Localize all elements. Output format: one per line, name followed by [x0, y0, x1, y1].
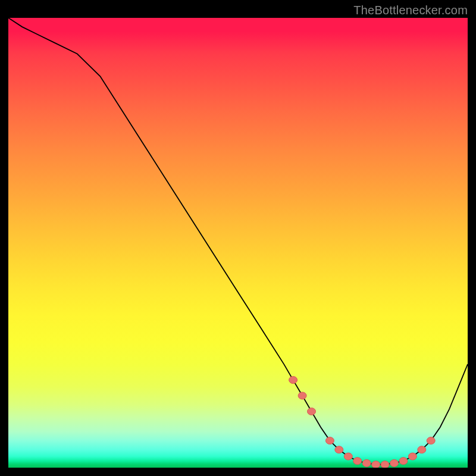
curve-marker: [362, 459, 371, 466]
heatmap-background: [8, 18, 468, 468]
curve-marker: [289, 377, 298, 384]
attribution-label: TheBottlenecker.com: [353, 4, 468, 17]
curve-marker: [381, 461, 389, 468]
curve-marker: [408, 453, 416, 460]
curve-marker: [298, 392, 306, 399]
curve-marker: [335, 446, 343, 453]
curve-marker: [427, 437, 435, 444]
curve-marker: [308, 408, 316, 415]
curve-marker: [399, 458, 408, 465]
curve-marker: [344, 453, 352, 460]
curve-marker: [325, 437, 334, 444]
curve-marker: [418, 446, 426, 453]
curve-marker: [353, 458, 362, 465]
curve-marker: [372, 461, 380, 468]
curve-marker: [390, 459, 399, 466]
bottleneck-curve: [8, 18, 468, 468]
